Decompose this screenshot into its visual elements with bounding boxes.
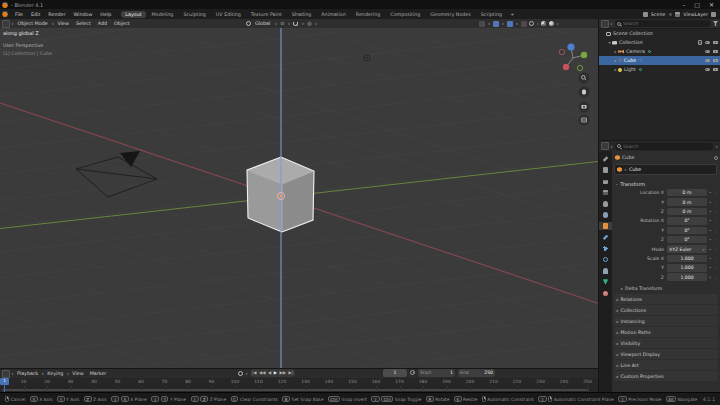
eye-toggle-icon[interactable] [705,41,710,45]
field-value[interactable]: 0° [667,236,707,244]
field-value[interactable]: XYZ Euler∨ [667,245,707,253]
end-frame-field[interactable]: End 250 [458,369,495,377]
animate-icon[interactable]: • [709,265,711,270]
animate-icon[interactable]: • [709,256,711,261]
current-frame-field[interactable]: 1 [383,369,407,377]
animate-icon[interactable]: • [709,209,711,214]
outliner-row-collection[interactable]: ▾Collection✓ [599,38,720,47]
workspace-tab-geometry-nodes[interactable]: Geometry Nodes [426,11,474,18]
navigation-gizmo[interactable] [559,43,587,70]
jump-to-end-button[interactable]: ▶| [288,370,293,376]
animate-icon[interactable]: • [709,275,711,280]
jump-to-start-button[interactable]: |◀ [252,370,257,376]
timeline-editor-icon[interactable] [2,370,10,378]
checkbox-toggle-icon[interactable]: ✓ [698,40,703,45]
workspace-tab-uv-editing[interactable]: UV Editing [212,11,245,18]
expand-icon[interactable]: ▸ [613,49,618,54]
outliner-editor-icon[interactable] [601,20,609,28]
properties-tab-constraints[interactable] [599,267,612,275]
shading-rendered-icon[interactable] [549,21,554,26]
animate-icon[interactable]: • [709,228,711,233]
mode-dropdown[interactable]: Object Mode [14,21,51,26]
perspective-toggle-button[interactable] [579,115,590,126]
play-reverse-button[interactable]: ◀ [268,370,271,376]
orientation-dropdown[interactable]: Global [254,21,271,26]
menu-window[interactable]: Window [69,12,96,17]
panel-motion-paths[interactable]: ▸Motion Paths [614,327,719,337]
play-button[interactable]: ▶ [274,370,277,376]
properties-tab-data[interactable] [599,278,612,286]
animate-icon[interactable]: • [709,218,711,223]
menu-file[interactable]: File [11,12,27,17]
field-value[interactable]: 0° [667,227,707,235]
camera-toggle-icon[interactable] [713,59,718,63]
object-name-field[interactable]: ∨ Cube [614,164,717,175]
camera-view-button[interactable] [579,102,590,113]
stopwatch-icon[interactable] [410,370,415,375]
start-frame-field[interactable]: Start 1 [418,369,455,377]
viewport-menu-object[interactable]: Object [111,21,134,26]
scene-name[interactable]: Scene [651,12,666,17]
field-value[interactable]: 1.000 [667,255,707,263]
properties-tab-output[interactable] [599,177,612,185]
drag-handle-icon[interactable]: ⋮ [713,275,717,280]
gizmo-x-axis[interactable] [563,64,569,70]
new-view-layer-icon[interactable] [711,12,716,17]
camera-toggle-icon[interactable] [713,41,718,45]
field-value[interactable]: 1.000 [667,273,707,281]
close-button[interactable]: ✕ [709,1,714,8]
timeline-menu-marker[interactable]: Marker [87,371,110,376]
workspace-tab-texture-paint[interactable]: Texture Paint [247,11,286,18]
timeline-menu-view[interactable]: View [69,371,86,376]
panel-instancing[interactable]: ▸Instancing [614,316,719,326]
field-value[interactable]: 0 m [667,189,707,197]
scene-unlink-icon[interactable]: ✕ [668,12,672,17]
auto-keying-icon[interactable] [238,371,243,376]
animate-icon[interactable]: • [709,200,711,205]
gizmo-x-axis-negative[interactable] [559,49,564,54]
viewport-menu-add[interactable]: Add [94,21,110,26]
object-visibility-icon[interactable] [479,21,485,27]
animate-icon[interactable]: • [709,190,711,195]
properties-tab-object[interactable] [599,222,612,230]
eye-toggle-icon[interactable] [705,50,710,54]
timeline-scrollbar[interactable] [2,389,588,391]
show-overlays-icon[interactable] [507,21,513,27]
outliner-search-input[interactable] [623,21,709,26]
field-value[interactable]: 0 m [667,208,707,216]
drag-handle-icon[interactable]: ⋮ [713,265,717,270]
workspace-tab-layout[interactable]: Layout [121,11,145,18]
panel-relations[interactable]: ▸Relations [614,294,719,304]
gizmo-y-axis[interactable] [581,52,587,58]
field-value[interactable]: 0 m [667,198,707,206]
animate-icon[interactable]: • [709,237,711,242]
eye-toggle-icon[interactable] [705,59,710,63]
timeline-menu-keying[interactable]: Keying [44,371,66,376]
snap-icon[interactable] [293,22,298,26]
outliner-row-cube[interactable]: ▸▽Cube▽ [599,56,720,65]
drag-handle-icon[interactable]: ⋮ [713,256,717,261]
outliner-search[interactable] [615,20,711,27]
workspace-tab-scripting[interactable]: Scripting [477,11,506,18]
shading-solid-active[interactable] [537,23,539,25]
filter-icon[interactable] [713,21,718,26]
properties-tab-physics[interactable] [599,256,612,264]
properties-tab-world[interactable] [599,211,612,219]
field-value[interactable]: 0° [667,217,707,225]
workspace-tab-sculpting[interactable]: Sculpting [179,11,209,18]
panel-collections[interactable]: ▸Collections [614,305,719,315]
show-gizmo-icon[interactable] [493,21,499,27]
gizmo-y-axis-negative[interactable] [577,65,582,70]
transform-panel-header[interactable]: ⌄ Transform [612,179,720,188]
drag-handle-icon[interactable]: ⋮ [713,209,717,214]
workspace-tab-compositing[interactable]: Compositing [386,11,424,18]
workspace-tab-modeling[interactable]: Modeling [148,11,178,18]
properties-tab-scene[interactable] [599,200,612,208]
properties-tab-tool[interactable] [599,155,612,163]
properties-search-input[interactable] [623,144,711,149]
delta-transform-panel[interactable]: ▸ Delta Transform [612,284,720,293]
shading-material-icon[interactable] [541,21,546,26]
field-value[interactable]: 1.000 [667,264,707,272]
drag-handle-icon[interactable]: ⋮ [713,200,717,205]
add-workspace-button[interactable]: + [506,11,518,18]
